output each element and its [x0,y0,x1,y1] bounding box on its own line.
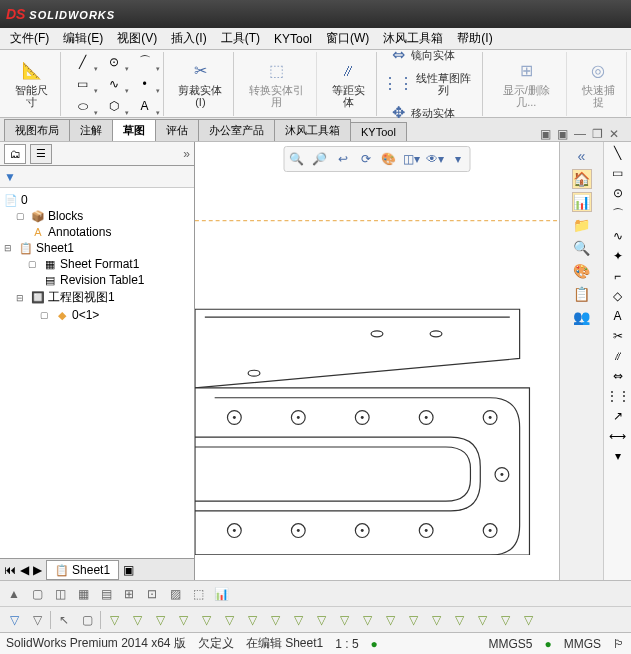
tb-5[interactable]: ▤ [96,584,116,604]
tb-10[interactable]: 📊 [211,584,231,604]
sheet-nav-prev[interactable]: ◀ [20,563,29,577]
property-tab[interactable]: ☰ [30,144,52,164]
tb-select[interactable]: ▲ [4,584,24,604]
trim2-icon[interactable]: ✂ [613,329,623,343]
tb-lasso[interactable]: ▢ [27,584,47,604]
drawing-canvas[interactable]: 🔍 🔎 ↩ ⟳ 🎨 ◫▾ 👁▾ ▾ [195,142,559,580]
forum-icon[interactable]: 👥 [572,307,592,327]
f2[interactable]: ▽ [127,610,147,630]
pattern-button[interactable]: ⋮⋮线性草图阵列 [385,70,478,98]
convert-button[interactable]: ⬚ 转换实体引用 [242,58,311,110]
f5[interactable]: ▽ [196,610,216,630]
filter-all[interactable]: ▽ [4,610,24,630]
move2-icon[interactable]: ↗ [613,409,623,423]
pattern2-icon[interactable]: ⋮⋮ [606,389,630,403]
f8[interactable]: ▽ [265,610,285,630]
fillet-icon[interactable]: ⌐ [614,269,621,283]
menu-edit[interactable]: 编辑(E) [57,28,109,49]
sheet-add[interactable]: ▣ [123,563,134,577]
f7[interactable]: ▽ [242,610,262,630]
f19[interactable]: ▽ [518,610,538,630]
menu-file[interactable]: 文件(F) [4,28,55,49]
tb-4[interactable]: ▦ [73,584,93,604]
text-tool[interactable]: A [131,96,159,116]
close-icon[interactable]: ✕ [609,127,619,141]
tab-view-layout[interactable]: 视图布局 [4,119,70,141]
cursor-box[interactable]: ▢ [77,610,97,630]
smart-dimension-button[interactable]: 📐 智能尺寸 [8,58,56,110]
design-lib-icon[interactable]: 📊 [572,192,592,212]
sheet-tab[interactable]: 📋 Sheet1 [46,560,119,580]
trim-button[interactable]: ✂ 剪裁实体(I) [172,58,230,110]
file-explorer-icon[interactable]: 📁 [572,215,592,235]
doc-icon[interactable]: ▣ [540,127,551,141]
f15[interactable]: ▽ [426,610,446,630]
line-icon[interactable]: ╲ [614,146,621,160]
feature-tree[interactable]: 📄0 ▢📦Blocks AAnnotations ⊟📋Sheet1 ▢▦Shee… [0,188,194,558]
home-icon[interactable]: 🏠 [572,169,592,189]
menu-view[interactable]: 视图(V) [111,28,163,49]
f6[interactable]: ▽ [219,610,239,630]
restore-icon[interactable]: ❐ [592,127,603,141]
tab-mufeng[interactable]: 沐风工具箱 [274,119,351,141]
offset2-icon[interactable]: ⫽ [612,349,624,363]
mirror2-icon[interactable]: ⇔ [613,369,623,383]
f18[interactable]: ▽ [495,610,515,630]
f13[interactable]: ▽ [380,610,400,630]
spline-tool[interactable]: ∿ [100,74,128,94]
status-units2[interactable]: MMGS [564,637,601,651]
arc-tool[interactable]: ⌒ [131,52,159,72]
menu-insert[interactable]: 插入(I) [165,28,212,49]
menu-help[interactable]: 帮助(I) [451,28,498,49]
tb-6[interactable]: ⊞ [119,584,139,604]
menu-kytool[interactable]: KYTool [268,30,318,48]
tab-evaluate[interactable]: 评估 [155,119,199,141]
appearances-icon[interactable]: 🎨 [572,261,592,281]
more-icon[interactable]: ▾ [615,449,621,463]
sheet-nav-first[interactable]: ⏮ [4,563,16,577]
filter-2[interactable]: ▽ [27,610,47,630]
filter-icon[interactable]: ▼ [4,170,16,184]
menu-window[interactable]: 窗口(W) [320,28,375,49]
panel-collapse[interactable]: » [183,147,190,161]
display-delete-button[interactable]: ⊞ 显示/删除几... [491,58,561,110]
cursor-arrow[interactable]: ↖ [54,610,74,630]
minimize-icon[interactable]: — [574,127,586,141]
tab-annotate[interactable]: 注解 [69,119,113,141]
spline2-icon[interactable]: ∿ [613,229,623,243]
plane-icon[interactable]: ◇ [613,289,622,303]
line-tool[interactable]: ╱ [69,52,97,72]
f1[interactable]: ▽ [104,610,124,630]
f4[interactable]: ▽ [173,610,193,630]
f16[interactable]: ▽ [449,610,469,630]
rect-tool[interactable]: ▭ [69,74,97,94]
f14[interactable]: ▽ [403,610,423,630]
polygon-tool[interactable]: ⬡ [100,96,128,116]
point-tool[interactable]: • [131,74,159,94]
circle-icon[interactable]: ⊙ [613,186,623,200]
f12[interactable]: ▽ [357,610,377,630]
f9[interactable]: ▽ [288,610,308,630]
circle-tool[interactable]: ⊙ [100,52,128,72]
tab-kytool[interactable]: KYTool [350,122,407,141]
rect-icon[interactable]: ▭ [612,166,623,180]
menu-tools[interactable]: 工具(T) [215,28,266,49]
f11[interactable]: ▽ [334,610,354,630]
quicksnap-button[interactable]: ◎ 快速捕捉 [575,58,623,110]
text2-icon[interactable]: A [613,309,621,323]
tb-7[interactable]: ⊡ [142,584,162,604]
sheet-nav-next[interactable]: ▶ [33,563,42,577]
tb-9[interactable]: ⬚ [188,584,208,604]
mirror-button[interactable]: ⇔镜向实体 [385,42,457,68]
offset-button[interactable]: ⫽ 等距实体 [325,58,373,110]
f10[interactable]: ▽ [311,610,331,630]
ellipse-tool[interactable]: ⬭ [69,96,97,116]
tab-office[interactable]: 办公室产品 [198,119,275,141]
arc2-icon[interactable]: ⌒ [612,206,624,223]
f3[interactable]: ▽ [150,610,170,630]
tb-8[interactable]: ▨ [165,584,185,604]
status-units1[interactable]: MMGS5 [488,637,532,651]
doc-icon2[interactable]: ▣ [557,127,568,141]
point2-icon[interactable]: ✦ [613,249,623,263]
f17[interactable]: ▽ [472,610,492,630]
